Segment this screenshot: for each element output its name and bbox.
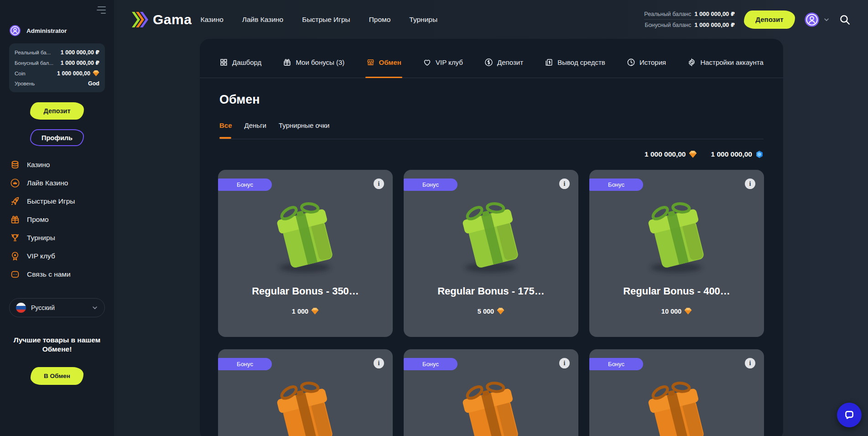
bonus-card[interactable]: Бонус i bbox=[404, 349, 578, 436]
sidebar-nav-item[interactable]: Турниры bbox=[0, 229, 114, 247]
chat-widget-button[interactable] bbox=[837, 403, 862, 427]
user-profile[interactable]: Administrator bbox=[0, 0, 114, 37]
balance-row: Бонусный бал... 1 000 000,00 ₽ bbox=[15, 59, 99, 66]
bonus-card[interactable]: Бонус i bbox=[589, 349, 764, 436]
filter-tab[interactable]: Деньги bbox=[244, 121, 266, 129]
sidebar-nav-label: Промо bbox=[27, 215, 49, 224]
language-selector[interactable]: Русский bbox=[9, 298, 105, 317]
chat-bubble-icon bbox=[843, 409, 855, 421]
bonus-card[interactable]: Бонус i Regular Bonus - 350… 1 000 bbox=[218, 170, 393, 337]
to-exchange-button[interactable]: В Обмен bbox=[31, 367, 83, 385]
search-icon[interactable] bbox=[839, 14, 851, 26]
card-title: Regular Bonus - 175… bbox=[404, 285, 578, 297]
header-balance-value: 1 000 000,00 ₽ bbox=[694, 21, 735, 28]
header-deposit-button[interactable]: Депозит bbox=[744, 11, 795, 29]
balance-amount: 1 000 000,00 ₽ bbox=[61, 49, 99, 56]
account-tab[interactable]: Депозит bbox=[484, 47, 523, 78]
filter-tab[interactable]: Все bbox=[219, 121, 232, 129]
bonus-card[interactable]: Бонус i Regular Bonus - 175… 5 000 bbox=[404, 170, 578, 337]
user-avatar-icon bbox=[9, 25, 21, 37]
account-tab[interactable]: Обмен bbox=[366, 47, 401, 78]
menu-toggle-icon[interactable] bbox=[97, 6, 106, 14]
chevron-down-icon bbox=[92, 305, 98, 311]
balance-amount: God bbox=[88, 80, 99, 87]
account-tab[interactable]: VIP клуб bbox=[423, 47, 463, 78]
dashboard-icon bbox=[219, 58, 228, 67]
sidebar-nav-item[interactable]: Промо bbox=[0, 210, 114, 229]
sidebar-nav-item[interactable]: Казино bbox=[0, 156, 114, 174]
coin-dollar-icon bbox=[484, 58, 493, 67]
balance-row: Coin 1 000 000,00 bbox=[15, 70, 99, 77]
sidebar-nav-item[interactable]: Лайв Казино bbox=[0, 174, 114, 192]
header-balance-label: Реальный баланс bbox=[644, 11, 691, 17]
logo[interactable]: Gama bbox=[131, 12, 192, 27]
screen: Administrator Реальный ба... 1 000 000,0… bbox=[0, 0, 868, 436]
giftbox-orange-icon bbox=[444, 369, 538, 436]
account-tab[interactable]: Мои бонусы (3) bbox=[283, 47, 344, 78]
account-tab-label: Настройки аккаунта bbox=[700, 58, 764, 66]
info-icon[interactable]: i bbox=[374, 179, 384, 189]
filter-tab[interactable]: Турнирные очки bbox=[279, 121, 329, 129]
sidebar-nav-item[interactable]: VIP клуб bbox=[0, 247, 114, 265]
card-title: Regular Bonus - 350… bbox=[218, 285, 393, 297]
sidebar-nav-item[interactable]: Быстрые Игры bbox=[0, 192, 114, 210]
sidebar-nav-label: Турниры bbox=[27, 234, 55, 242]
account-tab-label: Мои бонусы (3) bbox=[296, 58, 344, 66]
account-tab[interactable]: Настройки аккаунта bbox=[687, 47, 764, 78]
balance-card: Реальный ба... 1 000 000,00 ₽ Бонусный б… bbox=[9, 43, 105, 92]
info-icon[interactable]: i bbox=[559, 179, 570, 189]
settings-icon bbox=[687, 58, 696, 67]
sidebar-deposit-button[interactable]: Депозит bbox=[30, 102, 84, 120]
account-tab[interactable]: История bbox=[627, 47, 666, 78]
header-balances: Реальный баланс 1 000 000,00 ₽ Бонусный … bbox=[644, 9, 735, 30]
giftbox-green-icon bbox=[259, 190, 352, 277]
balance-label: Coin bbox=[15, 71, 26, 76]
header-balance-row: Реальный баланс 1 000 000,00 ₽ bbox=[644, 9, 735, 19]
header-right: Реальный баланс 1 000 000,00 ₽ Бонусный … bbox=[644, 0, 851, 39]
sidebar-profile-button[interactable]: Профиль bbox=[30, 129, 84, 146]
account-tab-label: Депозит bbox=[497, 58, 523, 66]
avatar-icon bbox=[804, 12, 820, 27]
giftbox-orange-icon bbox=[630, 369, 723, 436]
bonus-badge: Бонус bbox=[218, 358, 272, 370]
wallet-balances: 1 000 000,00 1 000 000,00 bbox=[645, 150, 764, 158]
header-balance-label: Бонусный баланс bbox=[645, 22, 691, 28]
info-icon[interactable]: i bbox=[745, 358, 755, 368]
account-tab-label: Вывод средств bbox=[557, 58, 605, 66]
gem-orange-icon bbox=[684, 307, 692, 315]
sidebar-nav-item[interactable]: Связь с нами bbox=[0, 265, 114, 284]
trophy-icon bbox=[10, 233, 20, 243]
bonus-card[interactable]: Бонус i Regular Bonus - 400… 10 000 bbox=[589, 170, 764, 337]
wallet-balance: 1 000 000,00 bbox=[711, 150, 764, 158]
balance-label: Реальный ба... bbox=[15, 50, 51, 55]
card-price-value: 10 000 bbox=[661, 308, 681, 315]
promo-text: Лучшие товары в нашем Обмене! bbox=[6, 336, 108, 354]
sidebar-nav: Казино Лайв Казино Быстрые Игры Промо bbox=[0, 156, 114, 284]
account-panel: Дашборд Мои бонусы (3) Обмен VIP клуб bbox=[200, 39, 783, 436]
account-menu-button[interactable] bbox=[804, 12, 830, 27]
withdraw-icon bbox=[545, 58, 553, 67]
info-icon[interactable]: i bbox=[374, 358, 384, 368]
header-nav-item[interactable]: Промо bbox=[369, 16, 391, 24]
info-icon[interactable]: i bbox=[559, 358, 570, 368]
header-nav-item[interactable]: Казино bbox=[200, 16, 223, 24]
info-icon[interactable]: i bbox=[745, 179, 755, 189]
sidebar-nav-label: Связь с нами bbox=[27, 270, 71, 278]
gem-orange-icon bbox=[689, 150, 697, 158]
giftbox-green-icon bbox=[630, 190, 723, 277]
header-nav-item[interactable]: Быстрые Игры bbox=[302, 16, 350, 24]
account-tab[interactable]: Дашборд bbox=[219, 47, 261, 78]
filter-tabs: ВсеДеньгиТурнирные очки bbox=[219, 121, 329, 129]
card-price: 1 000 bbox=[218, 307, 393, 315]
bonus-badge: Бонус bbox=[404, 179, 457, 191]
bonus-badge: Бонус bbox=[218, 179, 272, 191]
balance-amount: 1 000 000,00 bbox=[57, 70, 90, 77]
header-nav-item[interactable]: Лайв Казино bbox=[242, 16, 283, 24]
header-nav-item[interactable]: Турниры bbox=[409, 16, 437, 24]
account-tab[interactable]: Вывод средств bbox=[545, 47, 605, 78]
card-price: 5 000 bbox=[404, 307, 578, 315]
user-name: Administrator bbox=[26, 27, 67, 34]
bonus-card[interactable]: Бонус i bbox=[218, 349, 393, 436]
account-tabs: Дашборд Мои бонусы (3) Обмен VIP клуб bbox=[200, 39, 783, 78]
rocket-icon bbox=[10, 196, 20, 206]
